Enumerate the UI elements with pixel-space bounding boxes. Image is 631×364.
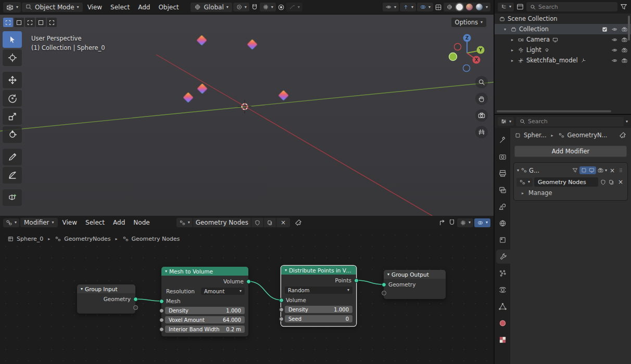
tab-object[interactable] bbox=[495, 233, 510, 247]
node-group-name-field[interactable]: Geometry Nodes bbox=[534, 177, 598, 187]
pan-hand-button[interactable] bbox=[475, 93, 488, 105]
node-header[interactable]: ▾ Group Input bbox=[77, 284, 135, 293]
menu-view[interactable]: View bbox=[84, 2, 106, 12]
geometry-input-socket[interactable] bbox=[382, 282, 386, 287]
tab-render[interactable] bbox=[495, 150, 510, 164]
fake-user-button[interactable] bbox=[251, 218, 263, 227]
outliner-row-scene-collection[interactable]: Scene Collection bbox=[495, 14, 631, 24]
search-input[interactable] bbox=[528, 118, 621, 125]
unlink-button[interactable]: × bbox=[276, 218, 290, 227]
tab-modifiers[interactable] bbox=[496, 250, 510, 264]
node-mesh-to-volume[interactable]: ▾ Mesh to Volume Volume Resolution Amoun… bbox=[161, 267, 248, 336]
browse-node-group-button[interactable]: ▾ bbox=[516, 178, 533, 187]
node-canvas[interactable]: Sphere_0 ▸ GeometryNodes ▸ Geometry Node… bbox=[0, 229, 494, 364]
tab-view-layer[interactable] bbox=[495, 183, 510, 197]
outliner-row-sketchfab-model[interactable]: ▸ Sketchfab_model bbox=[495, 55, 631, 66]
drag-handle-icon[interactable] bbox=[617, 167, 624, 174]
tool-cursor[interactable] bbox=[3, 49, 22, 66]
seed-field[interactable]: Seed 0 bbox=[285, 315, 352, 322]
shading-wireframe-icon[interactable] bbox=[446, 4, 453, 10]
xray-toggle-icon[interactable] bbox=[434, 3, 443, 11]
point-instance-diamond[interactable] bbox=[278, 90, 289, 101]
filter-icon[interactable] bbox=[620, 3, 628, 11]
node-group-input[interactable]: ▾ Group Input Geometry bbox=[77, 284, 135, 314]
collapse-icon[interactable]: ▾ bbox=[165, 269, 167, 274]
density-input-socket[interactable] bbox=[159, 308, 164, 313]
voxel-amount-input-socket[interactable] bbox=[159, 318, 164, 322]
breadcrumb-nodegroup[interactable]: Geometry Nodes bbox=[132, 236, 180, 242]
proportional-falloff-dropdown[interactable]: ▾ bbox=[286, 3, 302, 11]
volume-input-socket[interactable] bbox=[279, 298, 284, 303]
add-modifier-button[interactable]: Add Modifier bbox=[514, 146, 627, 157]
snap-settings-dropdown[interactable]: ▾ bbox=[457, 218, 473, 227]
volume-output-socket[interactable] bbox=[246, 279, 251, 284]
mesh-input-socket[interactable] bbox=[159, 299, 164, 304]
pin-icon[interactable] bbox=[619, 131, 627, 139]
editor-type-button[interactable]: ▾ bbox=[498, 3, 514, 11]
modifier-panel-header[interactable]: ▾ G... ▾ × bbox=[515, 164, 626, 176]
select-mode-invert-button[interactable] bbox=[36, 18, 46, 27]
tool-rotate[interactable] bbox=[3, 90, 22, 107]
overlays-dropdown[interactable]: ▾ bbox=[417, 3, 433, 11]
node-group-name-field[interactable]: Geometry Nodes bbox=[193, 218, 251, 227]
select-mode-intersect-button[interactable] bbox=[47, 18, 57, 27]
display-mode-icon[interactable] bbox=[516, 3, 524, 11]
tab-physics[interactable] bbox=[495, 283, 510, 297]
editor-type-button[interactable]: ▾ bbox=[3, 2, 21, 12]
tab-output[interactable] bbox=[495, 166, 510, 180]
render-display-icon[interactable] bbox=[597, 167, 604, 174]
select-mode-extend-button[interactable] bbox=[14, 18, 24, 27]
checkbox-icon[interactable] bbox=[601, 26, 608, 33]
voxel-amount-field[interactable]: Voxel Amount 64.000 bbox=[165, 316, 245, 323]
density-input-socket[interactable] bbox=[279, 307, 284, 312]
virtual-input-socket[interactable] bbox=[382, 291, 386, 295]
eye-icon[interactable] bbox=[611, 26, 618, 33]
gizmo-neg-x-ball[interactable] bbox=[455, 44, 461, 50]
node-header[interactable]: ▾ Mesh to Volume bbox=[161, 267, 248, 276]
interior-band-width-field[interactable]: Interior Band Width 0.2 m bbox=[165, 326, 245, 333]
unlink-icon[interactable]: × bbox=[616, 178, 625, 186]
collapse-icon[interactable]: ▾ bbox=[387, 272, 389, 277]
eye-icon[interactable] bbox=[611, 47, 618, 54]
menu-node[interactable]: Node bbox=[130, 217, 153, 228]
collapse-icon[interactable]: ▾ bbox=[517, 168, 519, 173]
select-mode-subtract-button[interactable] bbox=[25, 18, 35, 27]
node-tree-type-dropdown[interactable]: Modifier ▾ bbox=[20, 218, 58, 227]
node-header[interactable]: ▾ Group Output bbox=[384, 270, 446, 279]
select-mode-new-button[interactable] bbox=[3, 18, 13, 27]
menu-select[interactable]: Select bbox=[82, 217, 108, 228]
menu-select[interactable]: Select bbox=[107, 2, 133, 12]
camera-view-button[interactable] bbox=[475, 109, 488, 122]
snap-settings-dropdown[interactable]: ▾ bbox=[260, 3, 276, 11]
snap-magnet-icon[interactable] bbox=[250, 3, 259, 11]
tool-annotate[interactable] bbox=[3, 149, 22, 165]
expand-icon[interactable]: ▸ bbox=[509, 48, 515, 53]
camera-render-icon[interactable] bbox=[621, 36, 628, 43]
breadcrumb-object[interactable]: Sphere_0 bbox=[17, 236, 43, 242]
shield-icon[interactable] bbox=[600, 179, 607, 186]
outliner-row-collection[interactable]: ▾ Collection bbox=[495, 24, 631, 34]
duplicate-icon[interactable] bbox=[608, 179, 615, 186]
virtual-output-socket[interactable] bbox=[133, 305, 138, 310]
manage-section-toggle[interactable]: ▸ Manage bbox=[515, 188, 626, 198]
camera-render-icon[interactable] bbox=[621, 47, 628, 54]
eye-icon[interactable] bbox=[611, 57, 618, 64]
menu-add[interactable]: Add bbox=[134, 2, 154, 12]
browse-node-group-button[interactable]: ▾ bbox=[176, 218, 193, 227]
expand-icon[interactable]: ▸ bbox=[509, 58, 515, 63]
shading-material-icon[interactable] bbox=[466, 4, 473, 10]
tool-add-primitive[interactable] bbox=[3, 189, 22, 206]
density-field[interactable]: Density 1.000 bbox=[165, 307, 245, 314]
band-width-input-socket[interactable] bbox=[159, 327, 164, 332]
camera-render-icon[interactable] bbox=[621, 26, 628, 33]
realtime-display-icon[interactable] bbox=[580, 167, 587, 174]
point-instance-diamond[interactable] bbox=[247, 39, 258, 50]
point-instance-diamond[interactable] bbox=[197, 83, 208, 94]
tab-object-data[interactable] bbox=[495, 300, 510, 314]
breadcrumb-nodetree[interactable]: GeometryNodes bbox=[64, 236, 110, 242]
tab-material[interactable] bbox=[495, 316, 510, 330]
expand-icon[interactable]: ▸ bbox=[509, 37, 515, 42]
options-dropdown[interactable]: Options ▾ bbox=[451, 18, 486, 27]
horizontal-scrollbar[interactable] bbox=[497, 110, 611, 112]
outliner-search[interactable] bbox=[526, 2, 617, 11]
